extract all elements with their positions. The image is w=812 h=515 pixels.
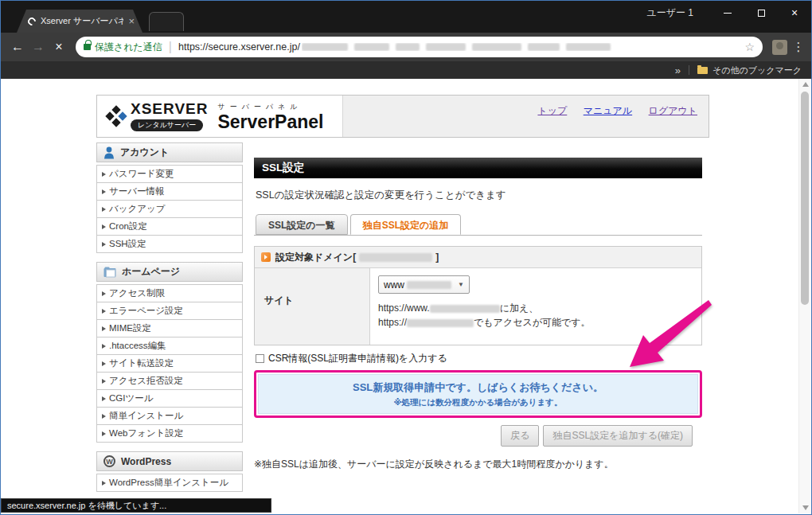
redacted-url: [430, 305, 500, 313]
sidebar-item-mime[interactable]: MIME設定: [96, 319, 243, 337]
tab-add-own-ssl[interactable]: 独自SSL設定の追加: [350, 214, 462, 235]
sidebar: アカウント パスワード変更 サーバー情報 バックアップ Cron設定 SSH設定…: [96, 142, 243, 501]
sidebar-section-homepage: ホームページ アクセス制限 エラーページ設定 MIME設定 .htaccess編…: [96, 262, 243, 443]
browser-toolbar: ← → × 保護された通信 | https://secure.xserver.n…: [1, 33, 811, 61]
logout-link[interactable]: ログアウト: [649, 105, 697, 116]
sidebar-item-easy-install[interactable]: 簡単インストール: [96, 407, 243, 425]
sidebar-item-label: Webフォント設定: [109, 427, 184, 439]
scrollbar-thumb[interactable]: [801, 92, 809, 305]
notice-line-1: SSL新規取得申請中です。しばらくお待ちください。: [259, 380, 697, 395]
redacted-select-domain: [407, 281, 451, 289]
sidebar-item-label: Cron設定: [109, 220, 147, 232]
scroll-up-icon[interactable]: [802, 82, 809, 87]
access-info: https://www.に加え、 https://でもアクセスが可能です。: [378, 301, 701, 330]
notice-line-2: ※処理には数分程度かかる場合があります。: [259, 397, 697, 408]
maximize-button[interactable]: [744, 2, 778, 24]
xserver-logo[interactable]: XSERVER レンタルサーバー サーバーパネル ServerPanel: [97, 96, 342, 137]
arrow-bullet-icon: [102, 414, 106, 419]
new-tab-button[interactable]: [149, 12, 184, 31]
scroll-down-icon[interactable]: [802, 505, 809, 510]
sidebar-item-htaccess[interactable]: .htaccess編集: [96, 337, 243, 355]
annotation-highlight-box: SSL新規取得申請中です。しばらくお待ちください。 ※処理には数分程度かかる場合…: [254, 370, 702, 418]
site-header: XSERVER レンタルサーバー サーバーパネル ServerPanel トップ…: [96, 95, 709, 138]
sidebar-section-header: ホームページ: [96, 262, 243, 282]
sidebar-item-webfont[interactable]: Webフォント設定: [96, 424, 243, 443]
back-button[interactable]: ←: [7, 40, 28, 54]
arrow-bullet-icon: [102, 361, 106, 366]
redacted-block: [426, 43, 466, 51]
redacted-block: [354, 43, 389, 51]
arrow-bullet-icon: [102, 379, 106, 384]
person-icon: [103, 146, 115, 159]
site-row: サイト www ▼ https://www.に加え、 htt: [255, 268, 701, 345]
sidebar-item-password[interactable]: パスワード変更: [96, 165, 243, 183]
redacted-block: [528, 43, 560, 51]
close-icon: ×: [791, 7, 798, 18]
sidebar-item-label: 簡単インストール: [109, 410, 183, 422]
bookmark-star-icon[interactable]: ☆: [744, 41, 755, 53]
sidebar-item-cgi[interactable]: CGIツール: [96, 389, 243, 408]
access-line-1: https://www.に加え、: [378, 301, 701, 315]
forward-button[interactable]: →: [28, 40, 49, 54]
bracket-open: [: [353, 252, 356, 263]
sidebar-section-header: W WordPress: [96, 451, 243, 471]
browser-window: Xserver サーバーパネル × ユーザー 1 × ← → × 保護された通信…: [0, 0, 812, 515]
csr-checkbox[interactable]: [256, 354, 264, 363]
sidebar-item-site-transfer[interactable]: サイト転送設定: [96, 354, 243, 373]
sidebar-item-label: SSH設定: [109, 238, 146, 250]
bookmarks-bar: » その他のブックマーク: [1, 61, 811, 79]
tab-close-icon[interactable]: ×: [128, 16, 135, 26]
site-select[interactable]: www ▼: [378, 275, 470, 294]
redacted-block: [396, 43, 420, 51]
url-text: https://secure.xserver.ne.jp/: [178, 41, 300, 53]
brand-name: XSERVER: [131, 101, 208, 116]
sidebar-item-access-deny[interactable]: アクセス拒否設定: [96, 372, 243, 390]
sidebar-item-label: バックアップ: [109, 203, 166, 215]
stop-button[interactable]: ×: [49, 40, 69, 54]
bookmarks-overflow-icon[interactable]: »: [675, 64, 681, 76]
sidebar-item-cron[interactable]: Cron設定: [96, 217, 243, 236]
browser-tab[interactable]: Xserver サーバーパネル ×: [17, 10, 142, 33]
security-label: 保護された通信: [95, 41, 162, 54]
manual-link[interactable]: マニュアル: [584, 105, 632, 116]
close-button[interactable]: ×: [778, 2, 811, 24]
arrow-bullet-icon: [102, 291, 106, 296]
sidebar-section-title: ホームページ: [122, 265, 180, 279]
other-bookmarks-label[interactable]: その他のブックマーク: [712, 64, 802, 76]
sidebar-item-label: CGIツール: [109, 392, 153, 404]
submit-ssl-button[interactable]: 独自SSL設定を追加する(確定): [543, 425, 693, 447]
wordpress-icon: W: [103, 455, 115, 467]
sidebar-item-backup[interactable]: バックアップ: [96, 200, 243, 218]
folder-icon: [103, 267, 116, 278]
page-scrollbar[interactable]: [798, 79, 810, 513]
domain-header-label: 設定対象ドメイン: [275, 251, 353, 264]
sidebar-item-error-page[interactable]: エラーページ設定: [96, 302, 243, 320]
page-viewport: XSERVER レンタルサーバー サーバーパネル ServerPanel トップ…: [2, 79, 810, 513]
sidebar-item-ssh[interactable]: SSH設定: [96, 235, 243, 253]
arrow-bullet-icon: [102, 207, 106, 212]
sidebar-item-wp-install[interactable]: WordPress簡単インストール: [96, 474, 243, 492]
redacted-domain: [359, 253, 432, 262]
avatar-icon[interactable]: [772, 40, 787, 55]
browser-profile-label[interactable]: ユーザー 1: [646, 6, 693, 20]
minimize-button[interactable]: [711, 2, 744, 24]
access-line2-prefix: https://: [378, 317, 407, 328]
ssl-tabs: SSL設定の一覧 独自SSL設定の追加: [254, 214, 702, 236]
redacted-block: [302, 43, 348, 51]
sidebar-section-wordpress: W WordPress WordPress簡単インストール: [96, 451, 243, 492]
top-link[interactable]: トップ: [537, 105, 567, 116]
sidebar-item-label: エラーページ設定: [109, 305, 183, 317]
menu-dots-icon[interactable]: ⋮: [792, 40, 805, 54]
sidebar-item-label: パスワード変更: [109, 168, 174, 180]
sidebar-item-label: WordPress簡単インストール: [109, 477, 228, 489]
sidebar-item-server-info[interactable]: サーバー情報: [96, 182, 243, 201]
tab-ssl-list[interactable]: SSL設定の一覧: [256, 214, 348, 235]
sidebar-item-access-limit[interactable]: アクセス制限: [96, 284, 243, 302]
site-value-cell: www ▼ https://www.に加え、 https://でもアクセスが可能…: [370, 268, 701, 345]
url-bar[interactable]: 保護された通信 | https://secure.xserver.ne.jp/ …: [76, 37, 763, 57]
bookmarks-separator: [689, 65, 689, 75]
status-bar: secure.xserver.ne.jp を待機しています...: [1, 498, 271, 513]
back-form-button[interactable]: 戻る: [501, 425, 539, 447]
arrow-bullet-icon: [102, 242, 106, 247]
access-line1-suffix: に加え、: [500, 302, 539, 314]
